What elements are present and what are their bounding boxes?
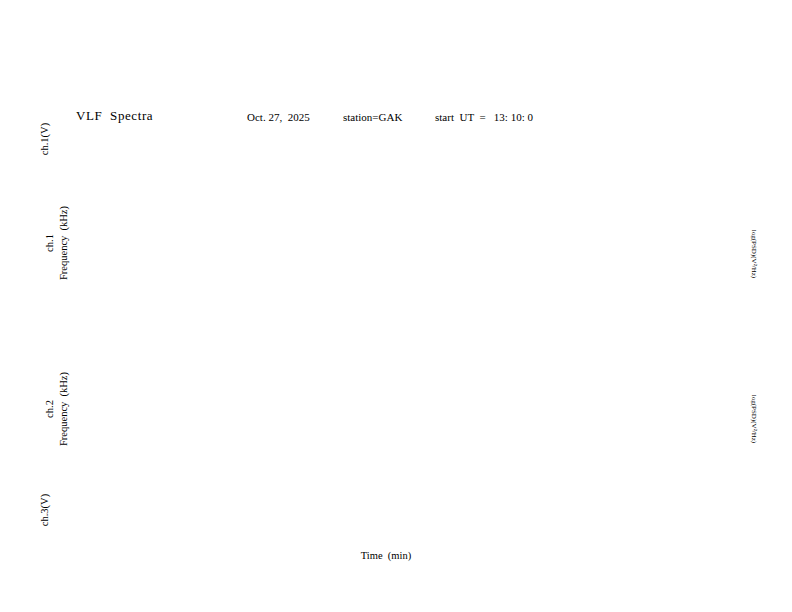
ch1-frequency-axis-label: Frequency (kHz) <box>58 206 69 280</box>
ch2-axis-label: ch.2 <box>44 400 55 418</box>
time-axis-label: Time (min) <box>361 550 411 561</box>
vlf-spectra-figure: VLF Spectra Oct. 27, 2025 station=GAK st… <box>0 0 792 612</box>
ch1-voltage-axis-label: ch.1(V) <box>39 123 50 155</box>
ch2-frequency-axis-label: Frequency (kHz) <box>58 372 69 446</box>
ch3-voltage-axis-label: ch.3(V) <box>39 494 50 526</box>
axes-overlay-canvas <box>0 0 792 612</box>
colorbar1-unit-label: log(PSD)(V²/Hz) <box>748 230 759 278</box>
colorbar2-unit-label: log(PSD)(V²/Hz) <box>748 395 759 443</box>
ch1-axis-label: ch.1 <box>44 234 55 252</box>
